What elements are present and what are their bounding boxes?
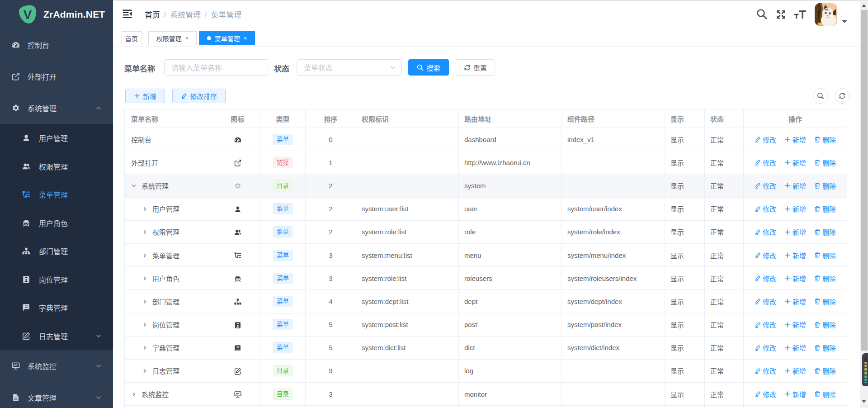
- svg-text:V: V: [24, 8, 32, 22]
